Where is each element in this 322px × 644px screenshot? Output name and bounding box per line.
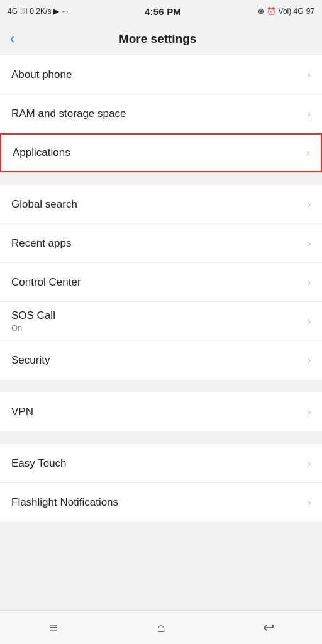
page-title: More settings [22, 32, 293, 46]
item-label-about-phone: About phone [11, 69, 303, 81]
item-label-global-search: Global search [11, 198, 303, 211]
nav-home-button[interactable]: ⌂ [136, 615, 186, 640]
item-label-ram-storage: RAM and storage space [11, 108, 303, 120]
chevron-icon-global-search: › [308, 199, 311, 210]
menu-icon: ≡ [50, 619, 58, 636]
status-time: 4:56 PM [145, 6, 181, 17]
item-label-sos-call: SOS Call [11, 309, 303, 322]
section-4: Easy Touch › Flashlight Notifications › [0, 444, 322, 522]
bluetooth-icon: ⊕ [258, 7, 264, 16]
settings-item-about-phone[interactable]: About phone › [0, 55, 322, 94]
settings-item-easy-touch[interactable]: Easy Touch › [0, 444, 322, 483]
settings-item-global-search[interactable]: Global search › [0, 185, 322, 224]
status-right: ⊕ ⏰ Vol) 4G 97 [258, 7, 314, 16]
item-label-vpn: VPN [11, 406, 303, 418]
item-label-recent-apps: Recent apps [11, 237, 303, 250]
status-bar: 4G .ill 0.2K/s ▶ ··· 4:56 PM ⊕ ⏰ Vol) 4G… [0, 0, 322, 23]
vol-4g-text: Vol) 4G [279, 7, 304, 16]
chevron-icon-flashlight-notifications: › [308, 497, 311, 508]
settings-item-security[interactable]: Security › [0, 341, 322, 380]
chevron-icon-security: › [308, 355, 311, 366]
nav-back-button[interactable]: ↩ [243, 615, 294, 640]
divider-1 [0, 177, 322, 185]
chevron-icon-ram-storage: › [308, 108, 311, 119]
item-label-security: Security [11, 354, 303, 367]
chevron-icon-applications: › [306, 147, 309, 158]
settings-item-vpn[interactable]: VPN › [0, 392, 322, 431]
settings-item-ram-storage[interactable]: RAM and storage space › [0, 94, 322, 133]
item-label-easy-touch: Easy Touch [11, 457, 303, 470]
section-2: Global search › Recent apps › Control Ce… [0, 185, 322, 380]
chevron-icon-control-center: › [308, 277, 311, 288]
chevron-icon-recent-apps: › [308, 238, 311, 249]
chevron-icon-sos-call: › [308, 316, 311, 327]
nav-menu-button[interactable]: ≡ [28, 615, 79, 640]
divider-3 [0, 436, 322, 444]
signal-bars: .ill [20, 7, 27, 16]
media-icon: ▶ [53, 7, 59, 16]
settings-item-sos-call[interactable]: SOS Call On › [0, 302, 322, 341]
chevron-icon-about-phone: › [308, 69, 311, 80]
settings-item-control-center[interactable]: Control Center › [0, 263, 322, 302]
item-label-flashlight-notifications: Flashlight Notifications [11, 496, 303, 509]
back-nav-icon: ↩ [263, 619, 274, 636]
item-sublabel-sos-call: On [11, 323, 303, 333]
alarm-icon: ⏰ [267, 7, 276, 16]
item-label-control-center: Control Center [11, 276, 303, 289]
bottom-nav: ≡ ⌂ ↩ [0, 610, 322, 644]
battery-icon: 97 [306, 7, 314, 16]
speed-text: 0.2K/s [30, 7, 51, 16]
settings-content: About phone › RAM and storage space › Ap… [0, 55, 322, 565]
settings-item-applications[interactable]: Applications › [0, 133, 322, 172]
chevron-icon-vpn: › [308, 406, 311, 418]
chevron-icon-easy-touch: › [308, 458, 311, 469]
settings-item-recent-apps[interactable]: Recent apps › [0, 224, 322, 263]
signal-text: 4G [8, 7, 18, 16]
back-button[interactable]: ‹ [10, 31, 14, 47]
item-label-applications: Applications [13, 147, 301, 159]
home-icon: ⌂ [157, 619, 165, 636]
status-left: 4G .ill 0.2K/s ▶ ··· [8, 7, 68, 16]
divider-2 [0, 385, 322, 392]
settings-item-flashlight-notifications[interactable]: Flashlight Notifications › [0, 483, 322, 522]
section-3: VPN › [0, 392, 322, 431]
section-1: About phone › RAM and storage space › Ap… [0, 55, 322, 172]
header: ‹ More settings [0, 23, 322, 55]
dots-icon: ··· [62, 7, 68, 16]
